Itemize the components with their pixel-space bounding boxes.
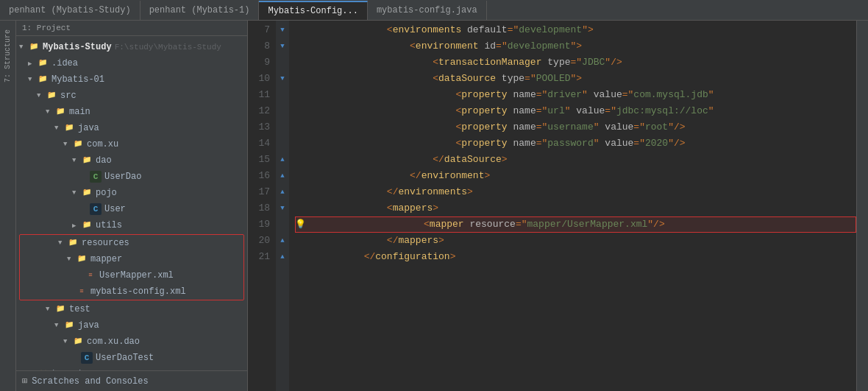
line-num-17: 17 <box>248 184 270 200</box>
tab-0[interactable]: penhant (Mybatis-Study) <box>0 1 140 20</box>
tree-area[interactable]: ▼📁Mybatis-Study F:\study\Mybatis-Study▶📁… <box>16 36 247 370</box>
line-num-9: 9 <box>248 54 270 71</box>
left-panel: 7: Structure <box>0 21 16 391</box>
tree-item-pojo[interactable]: ▼📁pojo <box>16 185 247 201</box>
gutter-item-15: ▲ <box>277 152 288 168</box>
tree-arrow: ▼ <box>72 157 81 164</box>
tree-item-resources[interactable]: ▼📁resources <box>20 235 243 251</box>
gutter-item-17: ▲ <box>277 184 288 200</box>
tree-item-test-java[interactable]: ▼📁java <box>16 317 247 334</box>
tree-item-main[interactable]: ▼📁main <box>16 104 247 120</box>
tree-icon-com-xu-dao: 📁 <box>72 336 84 348</box>
sidebar-header: 1: Project <box>16 21 247 36</box>
tab-label-2: Mybatis-Config... <box>268 6 357 16</box>
line-num-19: 19 <box>248 216 270 233</box>
sidebar-title: 1: Project <box>22 24 71 32</box>
gutter-item-14 <box>277 135 288 152</box>
gutter-item-12 <box>277 103 288 119</box>
tree-item-userdaotest[interactable]: CUserDaoTest <box>16 350 247 366</box>
tree-label-mybatis-config-xml: mybatis-config.xml <box>90 286 186 297</box>
code-content[interactable]: <environments default="development"> <en… <box>289 21 856 391</box>
tab-label-0: penhant (Mybatis-Study) <box>9 5 131 15</box>
tree-label-userdaotest: UserDaoTest <box>96 353 154 363</box>
tree-icon-pojo: 📁 <box>81 187 93 199</box>
tree-label-userdao: UserDao <box>104 172 141 182</box>
tree-label-dao: dao <box>96 155 112 166</box>
tree-icon-user: C <box>90 203 102 215</box>
tree-item-usermapper-xml[interactable]: ≡UserMapper.xml <box>20 267 243 283</box>
tree-item-com-xu-dao[interactable]: ▼📁com.xu.dao <box>16 334 247 350</box>
gutter-item-16: ▲ <box>277 168 288 184</box>
line-num-11: 11 <box>248 87 270 103</box>
line-num-20: 20 <box>248 233 270 249</box>
line-num-21: 21 <box>248 249 270 265</box>
tree-icon-mybatis-config-xml: ≡ <box>76 286 88 297</box>
tree-label-mybatis-01: Mybatis-01 <box>51 74 104 85</box>
code-line-16: </environment> <box>295 168 856 184</box>
tree-label-usermapper-xml: UserMapper.xml <box>99 270 174 281</box>
tree-item-idea[interactable]: ▶📁.idea <box>16 55 247 71</box>
tree-item-dao[interactable]: ▼📁dao <box>16 152 247 169</box>
tree-icon-java: 📁 <box>63 122 75 134</box>
code-line-13: <property name="username" value="root"/> <box>295 119 856 135</box>
scratches-item[interactable]: ⊞ Scratches and Consoles <box>16 370 247 391</box>
tree-item-mapper[interactable]: ▼📁mapper <box>20 251 243 267</box>
tab-2[interactable]: Mybatis-Config... <box>259 1 367 20</box>
gutter-item-20: ▲ <box>277 233 288 249</box>
gutter-item-8: ▼ <box>277 38 288 54</box>
tree-arrow: ▶ <box>28 60 37 68</box>
tab-1[interactable]: penhant (Mybatis-1) <box>140 1 260 20</box>
tab-label-1: penhant (Mybatis-1) <box>149 5 250 15</box>
tree-arrow: ▼ <box>19 43 28 51</box>
tab-label-3: mybatis-config.java <box>377 5 477 15</box>
tree-icon-dao: 📁 <box>81 155 93 166</box>
gutter-item-13 <box>277 119 288 135</box>
tree-item-com-xu[interactable]: ▼📁com.xu <box>16 136 247 152</box>
tree-item-src[interactable]: ▼📁src <box>16 88 247 104</box>
code-line-21: </configuration> <box>295 249 856 265</box>
tree-item-userdao[interactable]: CUserDao <box>16 169 247 185</box>
structure-panel-label[interactable]: 7: Structure <box>1 24 14 88</box>
code-line-15: </dataSource> <box>295 152 856 168</box>
tree-label-com-xu: com.xu <box>87 139 118 149</box>
tree-item-mybatis-01[interactable]: ▼📁Mybatis-01 <box>16 71 247 88</box>
line-num-15: 15 <box>248 152 270 168</box>
scratches-icon: ⊞ <box>22 376 27 387</box>
tree-icon-usermapper-xml: ≡ <box>85 270 96 281</box>
tree-icon-mybatis-01: 📁 <box>37 74 49 85</box>
tab-bar: penhant (Mybatis-Study) penhant (Mybatis… <box>0 0 868 21</box>
tree-item-java[interactable]: ▼📁java <box>16 120 247 136</box>
code-line-20: </mappers> <box>295 233 856 249</box>
code-line-10: <dataSource type="POOLED"> <box>295 71 856 87</box>
gutter-item-19 <box>277 216 288 233</box>
tree-label-com-xu-dao: com.xu.dao <box>87 337 140 347</box>
code-line-18: <mappers> <box>295 200 856 216</box>
tree-label-main: main <box>69 107 90 117</box>
gutter: ▼▼▼▲▲▲▼▲▲ <box>276 21 289 391</box>
tree-icon-test: 📁 <box>54 303 66 315</box>
tree-label-utils: utils <box>96 220 122 230</box>
line-num-7: 7 <box>248 22 270 38</box>
tree-arrow: ▼ <box>54 322 63 329</box>
tree-item-utils[interactable]: ▶📁utils <box>16 217 247 233</box>
tree-icon-mybatis-study: 📁 <box>28 41 40 53</box>
line-numbers: 789101112131415161718192021 <box>248 21 276 391</box>
tree-arrow: ▼ <box>72 189 81 197</box>
line-num-8: 8 <box>248 38 270 54</box>
code-line-19: 💡 <mapper resource="mapper/UserMapper.xm… <box>295 216 856 233</box>
line-num-16: 16 <box>248 168 270 184</box>
tree-label-src: src <box>60 91 77 101</box>
line-num-13: 13 <box>248 119 270 135</box>
resources-highlight-group: ▼📁resources▼📁mapper≡UserMapper.xml≡mybat… <box>19 234 244 300</box>
tree-icon-utils: 📁 <box>81 219 93 231</box>
tree-item-test[interactable]: ▼📁test <box>16 301 247 317</box>
tree-item-user[interactable]: CUser <box>16 201 247 217</box>
lightbulb-icon[interactable]: 💡 <box>295 216 306 233</box>
gutter-item-21: ▲ <box>277 249 288 265</box>
code-line-7: <environments default="development"> <box>295 22 856 38</box>
tree-item-mybatis-study[interactable]: ▼📁Mybatis-Study F:\study\Mybatis-Study <box>16 39 247 55</box>
tree-arrow: ▼ <box>46 306 54 313</box>
tree-label-java: java <box>78 123 99 133</box>
tree-item-mybatis-config-xml[interactable]: ≡mybatis-config.xml <box>20 283 243 300</box>
tab-3[interactable]: mybatis-config.java <box>368 1 487 20</box>
